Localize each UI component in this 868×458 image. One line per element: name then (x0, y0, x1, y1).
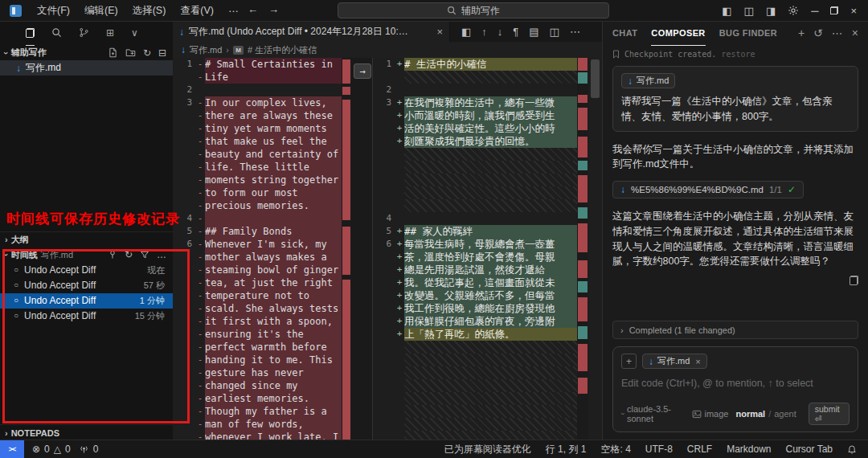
menu-item[interactable]: ⋯ (221, 0, 246, 21)
bell-icon[interactable] (847, 444, 857, 455)
extensions-icon[interactable]: ⊞ (106, 21, 114, 46)
collapse-all-icon[interactable]: ⊟ (158, 47, 166, 59)
tab-chat[interactable]: CHAT (612, 21, 637, 46)
refresh-icon[interactable]: ↻ (143, 47, 151, 59)
menu-item[interactable]: 编辑(E) (77, 0, 125, 21)
status-item[interactable]: 空格: 4 (600, 443, 630, 456)
next-change-icon[interactable]: ↓ (497, 26, 503, 38)
problems-status[interactable]: ⊗0 △0 (32, 444, 71, 455)
menu-item[interactable]: 选择(S) (125, 0, 174, 21)
submit-button[interactable]: submit ⏎ (809, 403, 850, 425)
outline-section-header[interactable]: › 大纲 (0, 231, 173, 247)
more-actions-icon[interactable]: ⋯ (832, 27, 843, 39)
new-folder-icon[interactable] (125, 47, 136, 58)
overview-ruler-right (577, 58, 588, 440)
remove-chip-icon[interactable]: × (695, 357, 700, 366)
status-item[interactable]: 已为屏幕阅读器优化 (444, 443, 531, 456)
nav-forward-icon[interactable]: → (268, 3, 279, 15)
bookmark-icon (612, 50, 620, 59)
diff-row: 5-## Family Bonds (173, 225, 342, 238)
gear-icon[interactable] (788, 5, 799, 16)
attach-image-button[interactable]: image (692, 409, 729, 419)
command-center-search[interactable]: 辅助写作 (338, 2, 609, 18)
status-item[interactable]: UTF-8 (645, 444, 673, 455)
open-preview-icon[interactable]: ▤ (529, 26, 538, 38)
timeline-item[interactable]: ○Undo Accept Diff57 秒 (0, 278, 173, 293)
composer-input-box[interactable]: + ↓ 写作.md × Edit code (Ctrl+I), @ to men… (612, 346, 858, 432)
context-file-chip[interactable]: ↓ 写作.md (621, 73, 675, 88)
breadcrumb-symbol[interactable]: # 生活中的小確信 (248, 44, 317, 56)
explorer-activity-icon[interactable] (26, 21, 35, 46)
line-text: 刻匯聚成我們最珍貴的回憶。 (404, 135, 577, 148)
mode-toggle[interactable]: normal / agent (735, 409, 796, 419)
toggle-panel-icon[interactable]: ◫ (744, 6, 754, 16)
copy-icon[interactable] (850, 276, 858, 285)
file-item-selected[interactable]: ↓ 写作.md (0, 60, 173, 76)
nav-back-icon[interactable]: ← (248, 3, 258, 15)
line-text: to form our most (205, 186, 342, 199)
scrollbar-thumb[interactable] (591, 59, 600, 98)
previous-change-icon[interactable]: ↑ (481, 26, 487, 38)
diff-row (372, 354, 577, 366)
whitespace-toggle-icon[interactable]: ¶ (513, 26, 518, 38)
line-number (372, 135, 395, 148)
diff-row: -there are always these (173, 109, 342, 122)
timeline-item[interactable]: ○Undo Accept Diff现在 (0, 263, 173, 278)
more-views-chevron-icon[interactable]: ∨ (131, 21, 138, 46)
status-item[interactable]: 行 1, 列 1 (546, 443, 587, 456)
breadcrumb-file[interactable]: 写作.md (190, 44, 222, 56)
minimize-button[interactable]: ─ (811, 6, 818, 16)
timeline-item[interactable]: ○Undo Accept Diff1 分钟 (0, 293, 173, 309)
diff-center-gutter: → (351, 58, 373, 440)
filter-icon[interactable] (140, 250, 149, 260)
context-file-chip[interactable]: ↓ 写作.md × (642, 354, 707, 369)
menu-item[interactable]: 文件(F) (30, 0, 77, 21)
diff-marker (395, 418, 404, 431)
timeline-item-label: Undo Accept Diff (24, 295, 96, 306)
status-item[interactable]: Cursor Tab (786, 444, 833, 455)
more-actions-icon[interactable]: … (157, 249, 166, 260)
checkpoint-restore-link[interactable]: restore (721, 50, 755, 59)
edited-file-pill[interactable]: ↓ %E5%86%99%E4%BD%9C.md 1/1 ✓ (612, 181, 804, 198)
search-activity-icon[interactable] (51, 21, 62, 46)
close-tab-icon[interactable]: × (436, 26, 443, 38)
remote-indicator[interactable]: >< (0, 440, 24, 458)
restore-button[interactable] (830, 6, 838, 14)
status-item[interactable]: CRLF (687, 444, 712, 455)
ruler-mark-deleted (578, 175, 588, 202)
editor-scrollbar[interactable] (588, 58, 603, 440)
timeline-section-header[interactable]: › 时间线 写作.md ↻ … (0, 247, 173, 263)
timeline-item[interactable]: ○Undo Accept Diff15 分钟 (0, 309, 173, 324)
toggle-sidebar-right-icon[interactable]: ◨ (766, 6, 776, 16)
pin-icon[interactable] (108, 250, 117, 260)
completed-status-bar[interactable]: › Completed (1 file changed) (612, 321, 858, 339)
editor-tab-diff[interactable]: ↓ 写作.md (Undo Accept Diff • 2024年12月28日 … (173, 21, 450, 42)
ports-status[interactable]: 0 (79, 444, 99, 455)
revert-change-button[interactable]: → (354, 63, 371, 79)
composer-placeholder[interactable]: Edit code (Ctrl+I), @ to mention, ↑ to s… (621, 378, 850, 389)
menu-item[interactable]: 查看(V) (173, 0, 221, 21)
status-item[interactable]: Markdown (727, 444, 771, 455)
line-number: 2 (173, 84, 195, 96)
check-icon: ✓ (788, 184, 796, 195)
toggle-sidebar-left-icon[interactable]: ◧ (722, 6, 731, 16)
inline-view-toggle-icon[interactable]: ◧ (461, 26, 471, 38)
line-text (404, 199, 577, 212)
more-actions-icon[interactable]: ⋯ (570, 26, 580, 38)
close-window-button[interactable]: × (850, 6, 857, 16)
tab-composer[interactable]: COMPOSER (651, 21, 705, 46)
explorer-section-header[interactable]: › 辅助写作 ↻ ⊟ (0, 45, 173, 60)
add-context-button[interactable]: + (621, 354, 637, 369)
close-panel-icon[interactable]: × (852, 27, 858, 39)
new-chat-icon[interactable]: + (798, 27, 805, 39)
model-selector[interactable]: › claude-3.5-sonnet (621, 404, 685, 423)
source-control-icon[interactable] (79, 21, 89, 46)
refresh-icon[interactable]: ↻ (125, 249, 133, 260)
mode-normal[interactable]: normal (735, 409, 765, 419)
tab-bug-finder[interactable]: BUG FINDER (719, 21, 777, 46)
new-file-icon[interactable] (108, 47, 118, 58)
mode-agent[interactable]: agent (774, 409, 796, 419)
split-editor-icon[interactable]: ◫ (550, 26, 559, 38)
notepads-section-header[interactable]: › NOTEPADS (0, 424, 173, 440)
history-icon[interactable]: ↺ (813, 27, 823, 39)
